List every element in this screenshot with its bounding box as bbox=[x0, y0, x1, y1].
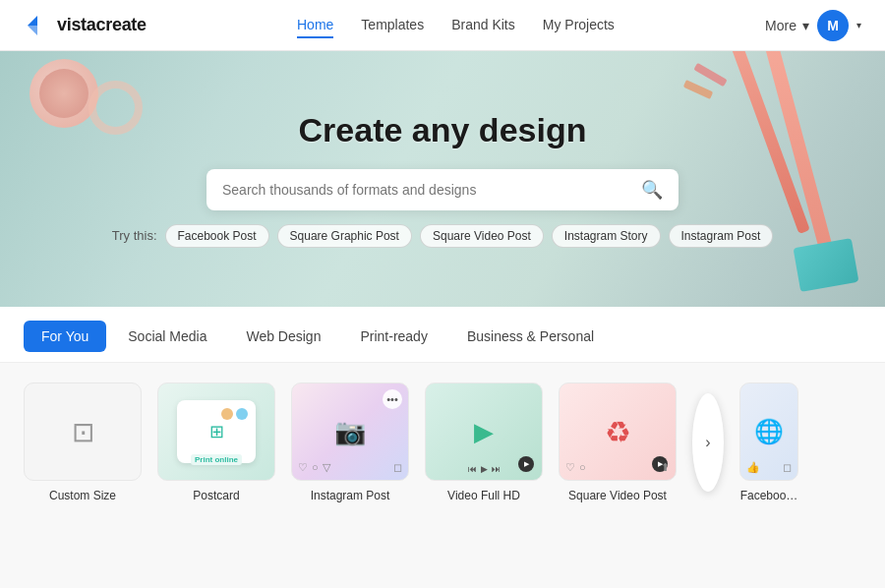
card-label-custom-size: Custom Size bbox=[49, 489, 116, 502]
card-label-square-video: Square Video Post bbox=[568, 489, 667, 502]
nav-my-projects[interactable]: My Projects bbox=[543, 13, 615, 38]
card-video-full-hd: ▶ ▶ ⏮ ▶ ⏭ Video Full HD bbox=[425, 382, 543, 502]
navbar: vistacreate Home Templates Brand Kits My… bbox=[0, 0, 885, 51]
try-chip-instagram-story[interactable]: Instagram Story bbox=[552, 224, 661, 248]
card-label-instagram: Instagram Post bbox=[311, 489, 390, 502]
card-facebook: 🌐 👍 ◻ Faceboo… bbox=[739, 382, 798, 502]
bookmark-icon[interactable]: ▽ bbox=[323, 461, 330, 474]
cards-grid: ⊡ Custom Size ⊞ Print online Postcard bbox=[24, 382, 861, 502]
rewind-icon[interactable]: ⏮ bbox=[468, 464, 477, 474]
card-thumb-square-video[interactable]: ♻ ▶ ♡ ○ ⬆ bbox=[559, 382, 677, 481]
try-label: Try this: bbox=[112, 228, 157, 243]
card-thumb-facebook[interactable]: 🌐 👍 ◻ bbox=[739, 382, 798, 481]
nav-more[interactable]: More ▾ bbox=[765, 18, 809, 33]
logo-text: vistacreate bbox=[57, 15, 147, 35]
try-this-section: Try this: Facebook Post Square Graphic P… bbox=[0, 224, 885, 248]
comment-icon[interactable]: ○ bbox=[312, 461, 319, 474]
sticky-decoration-1 bbox=[693, 63, 727, 87]
svg-marker-0 bbox=[28, 16, 37, 26]
try-chip-square-video[interactable]: Square Video Post bbox=[420, 224, 544, 248]
circle-deco-2 bbox=[236, 408, 248, 420]
recycle-icon: ♻ bbox=[605, 415, 631, 449]
card-actions-square-video: ♡ ○ ⬆ bbox=[560, 461, 676, 474]
nav-right: More ▾ M ▾ bbox=[765, 10, 861, 41]
postcard-inner: ⊞ Print online bbox=[177, 400, 256, 463]
tab-print-ready[interactable]: Print-ready bbox=[342, 321, 444, 352]
upload-icon-sq[interactable]: ⬆ bbox=[661, 461, 670, 474]
nav-templates[interactable]: Templates bbox=[361, 13, 424, 38]
card-action-icons: ♡ ○ ▽ bbox=[298, 461, 330, 474]
play-icon[interactable]: ▶ bbox=[481, 464, 488, 474]
nav-home[interactable]: Home bbox=[297, 13, 333, 38]
hero-content: Create any design 🔍 Try this: Facebook P… bbox=[0, 111, 885, 248]
video-controls: ⏮ ▶ ⏭ bbox=[426, 464, 542, 474]
search-bar: 🔍 bbox=[206, 169, 678, 210]
card-label-postcard: Postcard bbox=[193, 489, 239, 502]
card-thumb-video[interactable]: ▶ ▶ ⏮ ▶ ⏭ bbox=[425, 382, 543, 481]
svg-marker-1 bbox=[28, 26, 37, 35]
save-icon[interactable]: ◻ bbox=[393, 461, 402, 474]
tab-for-you[interactable]: For You bbox=[24, 321, 106, 352]
heart-icon[interactable]: ♡ bbox=[298, 461, 308, 474]
comment-icon-sq[interactable]: ○ bbox=[579, 461, 586, 474]
card-thumb-instagram[interactable]: 📷 ••• ♡ ○ ▽ ◻ bbox=[291, 382, 409, 481]
logo[interactable]: vistacreate bbox=[24, 12, 147, 39]
nav-brand-kits[interactable]: Brand Kits bbox=[451, 13, 515, 38]
more-label: More bbox=[765, 18, 796, 33]
nav-links: Home Templates Brand Kits My Projects bbox=[297, 13, 615, 38]
sticky-decoration-2 bbox=[683, 80, 714, 99]
user-avatar[interactable]: M bbox=[817, 10, 849, 41]
tab-social-media[interactable]: Social Media bbox=[110, 321, 224, 352]
facebook-icon: 🌐 bbox=[754, 418, 784, 445]
card-instagram-post: 📷 ••• ♡ ○ ▽ ◻ Instagram Post bbox=[291, 382, 409, 502]
crop-icon: ⊡ bbox=[72, 416, 94, 448]
postcard-online-label: Print online bbox=[191, 454, 242, 465]
search-icon[interactable]: 🔍 bbox=[641, 179, 663, 201]
instagram-icon: 📷 bbox=[334, 417, 366, 447]
next-arrow-button[interactable]: › bbox=[692, 393, 724, 492]
category-bar: For You Social Media Web Design Print-re… bbox=[0, 307, 885, 363]
card-label-facebook: Faceboo… bbox=[740, 489, 798, 502]
fast-forward-icon[interactable]: ⏭ bbox=[492, 464, 501, 474]
card-custom-size: ⊡ Custom Size bbox=[24, 382, 142, 502]
search-input[interactable] bbox=[222, 182, 641, 198]
circle-deco-1 bbox=[221, 408, 233, 420]
try-chip-instagram-post[interactable]: Instagram Post bbox=[669, 224, 774, 248]
card-postcard: ⊞ Print online Postcard bbox=[157, 382, 275, 502]
try-chip-facebook-post[interactable]: Facebook Post bbox=[165, 224, 269, 248]
bookmark-icon-fb[interactable]: ◻ bbox=[783, 461, 792, 474]
card-label-video: Video Full HD bbox=[447, 489, 520, 502]
card-more-button[interactable]: ••• bbox=[383, 389, 402, 409]
content-area: ⊡ Custom Size ⊞ Print online Postcard bbox=[0, 363, 885, 588]
tab-business-personal[interactable]: Business & Personal bbox=[449, 321, 612, 352]
card-actions-fb: 👍 ◻ bbox=[740, 461, 797, 474]
try-chip-square-graphic[interactable]: Square Graphic Post bbox=[277, 224, 412, 248]
card-square-video-post: ♻ ▶ ♡ ○ ⬆ Square Video Post bbox=[559, 382, 677, 502]
card-action-left-sq: ♡ ○ bbox=[565, 461, 586, 474]
hero-section: Create any design 🔍 Try this: Facebook P… bbox=[0, 51, 885, 307]
avatar-chevron-icon[interactable]: ▾ bbox=[856, 20, 861, 30]
like-icon-fb[interactable]: 👍 bbox=[746, 461, 760, 474]
play-square-icon: ▶ bbox=[474, 417, 494, 447]
card-thumb-postcard[interactable]: ⊞ Print online bbox=[157, 382, 275, 481]
tab-web-design[interactable]: Web Design bbox=[228, 321, 338, 352]
postcard-circles bbox=[221, 408, 248, 420]
more-chevron-icon: ▾ bbox=[802, 18, 809, 33]
hero-title: Create any design bbox=[0, 111, 885, 149]
heart-icon-sq[interactable]: ♡ bbox=[565, 461, 575, 474]
card-thumb-custom-size[interactable]: ⊡ bbox=[24, 382, 142, 481]
card-actions-instagram: ♡ ○ ▽ ◻ bbox=[292, 461, 408, 474]
logo-icon bbox=[24, 12, 51, 39]
postcard-icon: ⊞ bbox=[209, 421, 224, 442]
